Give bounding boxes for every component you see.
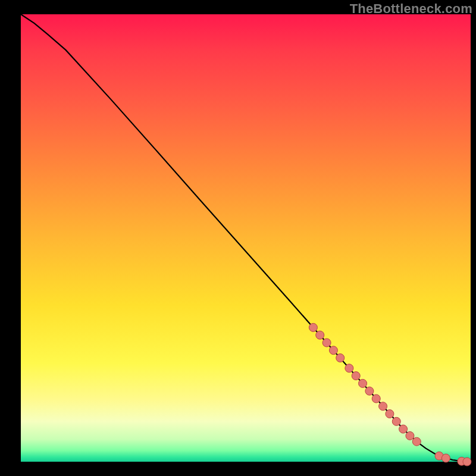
data-marker <box>372 394 380 403</box>
data-marker <box>441 454 450 462</box>
data-marker <box>399 425 408 433</box>
data-marker <box>392 417 400 425</box>
data-marker <box>336 354 345 362</box>
data-marker <box>406 431 414 440</box>
data-marker <box>386 410 394 418</box>
data-marker <box>345 364 353 372</box>
data-marker <box>359 379 367 387</box>
curve-line <box>21 14 471 462</box>
data-marker <box>316 331 324 339</box>
data-marker <box>352 372 360 380</box>
data-marker <box>463 458 471 466</box>
data-marker <box>412 437 421 446</box>
data-marker <box>365 387 374 395</box>
chart-frame: TheBottleneck.com <box>0 0 476 476</box>
data-marker <box>329 346 337 355</box>
data-marker <box>379 402 387 411</box>
chart-overlay <box>21 14 471 462</box>
data-markers <box>309 323 471 466</box>
data-marker <box>322 339 331 347</box>
data-marker <box>309 323 317 331</box>
